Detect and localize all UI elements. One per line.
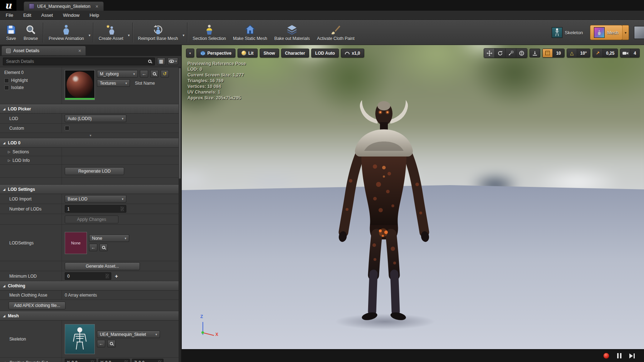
lod-import-select[interactable]: Base LOD ▾ (65, 195, 126, 203)
bake-out-materials-button[interactable]: Bake out Materials (271, 22, 313, 43)
view-options-button[interactable]: ▾ (167, 58, 178, 65)
lod-auto-button[interactable]: LOD Auto (311, 49, 339, 58)
preview-viewport[interactable]: ▾ Perspective Lit Show Character LOD A (182, 45, 644, 362)
stat-vertices: Vertices: 10 084 (187, 84, 246, 89)
skeleton-thumbnail[interactable] (65, 324, 95, 354)
bounds-z-spinbox[interactable]: Z 0,0 (132, 359, 164, 362)
menu-edit[interactable]: Edit (23, 13, 31, 18)
character-menu-button[interactable]: Character (281, 49, 309, 58)
use-selected-asset-button[interactable]: ← (140, 70, 148, 78)
reimport-base-mesh-button[interactable]: Reimport Base Mesh (135, 22, 182, 43)
preview-animation-button[interactable]: Preview Animation (45, 22, 88, 43)
scale-snap-control[interactable]: ↗ 0,25 (592, 49, 618, 58)
playback-speed-button[interactable]: x1,0 (341, 49, 364, 58)
reset-to-default-button[interactable]: ↺ (161, 70, 169, 78)
pause-button[interactable] (617, 353, 621, 358)
perspective-button[interactable]: Perspective (196, 49, 235, 58)
browse-button[interactable]: Browse (20, 22, 42, 43)
textures-dropdown-button[interactable]: Textures ▾ (97, 79, 130, 87)
display-mode-button[interactable]: ▦ (157, 58, 165, 65)
create-asset-dropdown-icon[interactable]: ▾ (127, 33, 131, 37)
mesh-mode-dropdown-icon[interactable]: ▾ (622, 25, 629, 40)
menu-asset[interactable]: Asset (41, 13, 53, 18)
rotate-tool-button[interactable] (495, 49, 506, 58)
browse-to-asset-button[interactable] (150, 70, 158, 78)
advanced-expander[interactable]: ▼ (0, 133, 181, 138)
details-scrollbar[interactable] (179, 67, 181, 362)
menu-window[interactable]: Window (63, 13, 79, 18)
bounds-x-spinbox[interactable]: X 0,0 (65, 359, 96, 362)
lod-picker-header[interactable]: ◢ LOD Picker (0, 104, 181, 114)
save-button[interactable]: Save (2, 22, 20, 43)
sections-row[interactable]: ▷ Sections (0, 148, 181, 156)
step-forward-button[interactable] (629, 353, 635, 358)
lod-settings-header[interactable]: ◢ LOD Settings (0, 185, 181, 194)
add-lod-override-icon[interactable]: + (115, 273, 118, 279)
mesh-header[interactable]: ◢ Mesh (0, 311, 181, 321)
add-apex-clothing-button[interactable]: Add APEX clothing file... (9, 302, 65, 309)
number-of-lods-spinbox[interactable]: 1 (65, 205, 126, 213)
skeleton-mode-button[interactable]: Skeleton (548, 25, 587, 40)
next-mode-partial-thumbnail[interactable] (634, 26, 644, 39)
lod-info-row[interactable]: ▷ LOD Info (0, 156, 181, 165)
menu-file[interactable]: File (6, 13, 13, 18)
lodsettings-select[interactable]: None ▾ (89, 234, 129, 242)
browse-to-asset-button[interactable] (107, 340, 116, 347)
generate-asset-button[interactable]: Generate Asset... (65, 262, 140, 270)
lod-import-caret-icon: ▾ (119, 197, 123, 201)
custom-checkbox[interactable] (65, 126, 69, 130)
surface-snap-button[interactable] (530, 49, 540, 58)
tab-close-icon[interactable]: × (96, 4, 98, 9)
highlight-checkbox[interactable] (4, 78, 9, 83)
browse-to-asset-button[interactable] (99, 244, 108, 251)
preview-animation-dropdown-icon[interactable]: ▾ (88, 33, 92, 37)
apply-changes-button[interactable]: Apply Changes (65, 215, 118, 223)
reimport-dropdown-icon[interactable]: ▾ (182, 33, 186, 37)
view-options-caret-icon: ▾ (175, 60, 177, 63)
bake-out-materials-icon (287, 24, 297, 35)
minimum-lod-spinbox[interactable]: 0 (65, 272, 111, 280)
show-menu-button[interactable]: Show (260, 49, 279, 58)
asset-details-tab[interactable]: Asset Details × (1, 46, 86, 55)
details-tab-close-icon[interactable]: × (78, 48, 81, 54)
search-details-input[interactable] (3, 58, 155, 65)
details-scrollbar-thumb[interactable] (179, 68, 181, 179)
section-selection-button[interactable]: Section Selection (189, 22, 230, 43)
viewport-options-button[interactable]: ▾ (186, 49, 194, 58)
rotation-snap-control[interactable]: △ 10° (567, 49, 590, 58)
mesh-mode-button[interactable]: Mesh (590, 25, 622, 40)
category-expand-icon: ◢ (3, 141, 5, 145)
material-select[interactable]: M_cyborg ▾ (97, 70, 138, 78)
translate-tool-button[interactable] (484, 49, 495, 58)
create-asset-button[interactable]: Create Asset (95, 22, 127, 43)
lod-select[interactable]: Auto (LOD0) ▾ (65, 115, 126, 122)
activate-cloth-paint-button[interactable]: Activate Cloth Paint (313, 22, 358, 43)
bounds-y-spinbox[interactable]: Y 0,0 (98, 359, 130, 362)
menu-help[interactable]: Help (89, 13, 99, 18)
material-select-caret-icon: ▾ (130, 72, 135, 76)
camera-speed-control[interactable]: 4 (620, 49, 640, 58)
skeleton-select[interactable]: UE4_Mannequin_Skelet ▾ (97, 331, 160, 338)
spinbox-grip-icon (106, 274, 109, 278)
material-thumbnail[interactable] (65, 70, 95, 100)
make-static-mesh-button[interactable]: Make Static Mesh (229, 22, 270, 43)
use-selected-asset-button[interactable]: ← (97, 340, 105, 347)
lod-row: LOD Auto (LOD0) ▾ (0, 114, 181, 124)
highlight-label: Highlight (11, 78, 28, 83)
lodsettings-thumbnail[interactable]: None (65, 232, 87, 254)
menu-bar: File Edit Asset Window Help (0, 11, 644, 20)
lit-mode-button[interactable]: Lit (238, 49, 258, 58)
record-button[interactable] (603, 353, 609, 359)
grid-snap-control[interactable]: 10 (542, 49, 564, 58)
coordinate-system-button[interactable] (516, 49, 527, 58)
cyborg-character-mesh[interactable] (321, 91, 447, 327)
lod0-header[interactable]: ◢ LOD 0 (0, 138, 181, 148)
use-selected-asset-button[interactable]: ← (89, 244, 97, 251)
scale-tool-button[interactable] (506, 49, 516, 58)
viewport-stats: Previewing Reference Pose LOD: 0 Current… (187, 61, 246, 101)
regenerate-lod-button[interactable]: Regenerate LOD (65, 167, 124, 175)
asset-document-tab[interactable]: UE4_Mannequin_Skeleton × (24, 1, 104, 11)
isolate-checkbox[interactable] (4, 85, 9, 90)
clothing-header[interactable]: ◢ Clothing (0, 281, 181, 291)
perspective-icon (200, 51, 205, 56)
